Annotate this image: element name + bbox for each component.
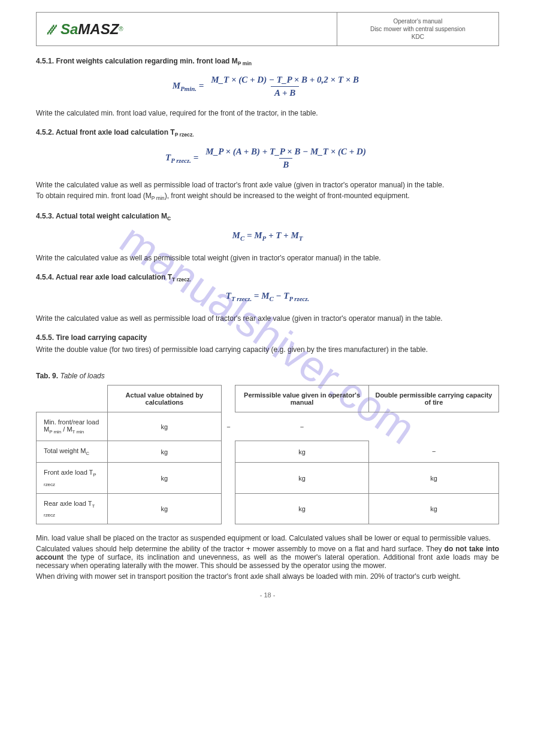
heading-452: 4.5.2. Actual front axle load calculatio…: [36, 128, 499, 138]
note-452b-tail: ), front weight should be increased to t…: [165, 192, 410, 200]
note-451: Write the calculated min. front load val…: [36, 109, 499, 117]
note-452a: Write the calculated value as well as pe…: [36, 181, 499, 189]
row1-label: Min. front/rear load MP min / MT min: [37, 412, 108, 441]
page-number: - 18 -: [0, 591, 535, 599]
header-title-cell: Operator's manual Disc mower with centra…: [337, 13, 498, 46]
heading-455-title: Tire load carrying capacity: [56, 333, 147, 342]
row4-label: Rear axle load TT rzecz: [37, 493, 108, 524]
heading-453-num: 4.5.3.: [36, 212, 54, 220]
row4-unit: kg: [107, 493, 222, 524]
row3-unit: kg: [107, 463, 222, 493]
heading-454-sub: T rzecz.: [172, 277, 191, 283]
row2-unit: kg: [107, 441, 222, 463]
heading-453-title: Actual total weight calculation M: [56, 212, 167, 220]
heading-451-num: 4.5.1.: [36, 57, 54, 65]
tail-p3: When driving with mower set in transport…: [36, 572, 499, 581]
formula-454: TT rzecz. = MC − TP rzecz.: [36, 291, 499, 302]
row3-tire: kg: [368, 463, 498, 493]
tail-p2-c: the type of surface, its inclination and…: [36, 553, 499, 570]
tab9-label: Tab. 9.: [36, 372, 58, 380]
heading-455: 4.5.5. Tire load carrying capacity: [36, 333, 499, 342]
row2-label: Total weight MC: [37, 441, 108, 463]
heading-452-num: 4.5.2.: [36, 128, 54, 136]
formula-452-num: M_P × (A + B) + T_P × B − M_T × (C + D): [202, 147, 370, 158]
formula-451-den: A + B: [271, 86, 299, 98]
row3-perm: kg: [235, 463, 369, 493]
heading-454-num: 4.5.4.: [36, 273, 54, 281]
formula-452: TP rzecz. = M_P × (A + B) + T_P × B − M_…: [36, 147, 499, 170]
row2-perm: kg: [235, 441, 369, 463]
formula-452-den: B: [279, 158, 292, 170]
row1-c2: −: [222, 412, 235, 441]
row2-c3: −: [368, 441, 498, 463]
row4-tire: kg: [368, 493, 498, 524]
heading-451: 4.5.1. Front weights calculation regardi…: [36, 57, 499, 66]
row4-perm: kg: [235, 493, 369, 524]
tail-p2-a: Calculated values should help determine …: [36, 545, 442, 553]
heading-451-sub: P min: [238, 60, 252, 66]
row1-unit: kg: [107, 412, 222, 441]
header-title-line2: Disc mower with central suspension: [344, 25, 491, 33]
logo-masz: MASZ: [78, 21, 119, 37]
logo-sa: Sa: [61, 21, 78, 37]
heading-453-sub: C: [167, 216, 171, 222]
heading-454-title: Actual rear axle load calculation T: [56, 273, 172, 281]
logo-cell: ⫽ SaMASZ®: [37, 13, 337, 46]
formula-453: MC = MP + T + MT: [36, 230, 499, 242]
note-453: Write the calculated value as well as pe…: [36, 254, 499, 262]
note-455: Write the double value (for two tires) o…: [36, 345, 499, 354]
tab9-caption: Tab. 9. Table of loads: [36, 372, 499, 380]
row3-label: Front axle load TP rzecz: [37, 463, 108, 493]
table-row: Total weight MC kg kg −: [37, 441, 499, 463]
heading-452-sub: P rzecz.: [175, 132, 194, 138]
note-452b-sub: P min: [152, 195, 165, 201]
formula-451-num: M_T × (C + D) − T_P × B + 0,2 × T × B: [207, 75, 362, 86]
heading-452-title: Actual front axle load calculation T: [56, 128, 175, 136]
formula-451: MPmin. = M_T × (C + D) − T_P × B + 0,2 ×…: [36, 75, 499, 98]
th-permissible: Permissible value given in operator's ma…: [235, 385, 369, 412]
tail-p1: Min. load value shall be placed on the t…: [36, 534, 499, 542]
formula-451-lhs: MPmin. =: [173, 81, 204, 92]
row1-c3: −: [235, 412, 369, 441]
logo-slash-icon: ⫽: [44, 21, 58, 38]
table-row: Min. front/rear load MP min / MT min kg …: [37, 412, 499, 441]
tail-p2: Calculated values should help determine …: [36, 545, 499, 570]
note-452b-a: To obtain required min. front load (M: [36, 192, 152, 200]
header-title-line3: KDC: [344, 33, 491, 41]
heading-455-num: 4.5.5.: [36, 333, 54, 342]
th-actual: Actual value obtained by calculations: [107, 385, 222, 412]
table-row: Rear axle load TT rzecz kg kg kg: [37, 493, 499, 524]
formula-452-lhs: TP rzecz. =: [165, 153, 198, 164]
logo-registered-icon: ®: [119, 26, 123, 32]
tab9-title: Table of loads: [60, 372, 104, 380]
heading-454: 4.5.4. Actual rear axle load calculation…: [36, 273, 499, 283]
loads-table: Actual value obtained by calculations Pe…: [36, 385, 499, 524]
note-454: Write the calculated value as well as pe…: [36, 314, 499, 323]
heading-451-title: Front weights calculation regarding min.…: [56, 57, 237, 65]
header-table: ⫽ SaMASZ® Operator's manual Disc mower w…: [36, 12, 499, 46]
th-double: Double permissible carrying capacity of …: [368, 385, 498, 412]
note-452b: To obtain required min. front load (MP m…: [36, 192, 499, 201]
table-row: Front axle load TP rzecz kg kg kg: [37, 463, 499, 493]
header-title-line1: Operator's manual: [344, 17, 491, 25]
brand-logo: ⫽ SaMASZ®: [44, 21, 330, 38]
heading-453: 4.5.3. Actual total weight calculation M…: [36, 212, 499, 221]
